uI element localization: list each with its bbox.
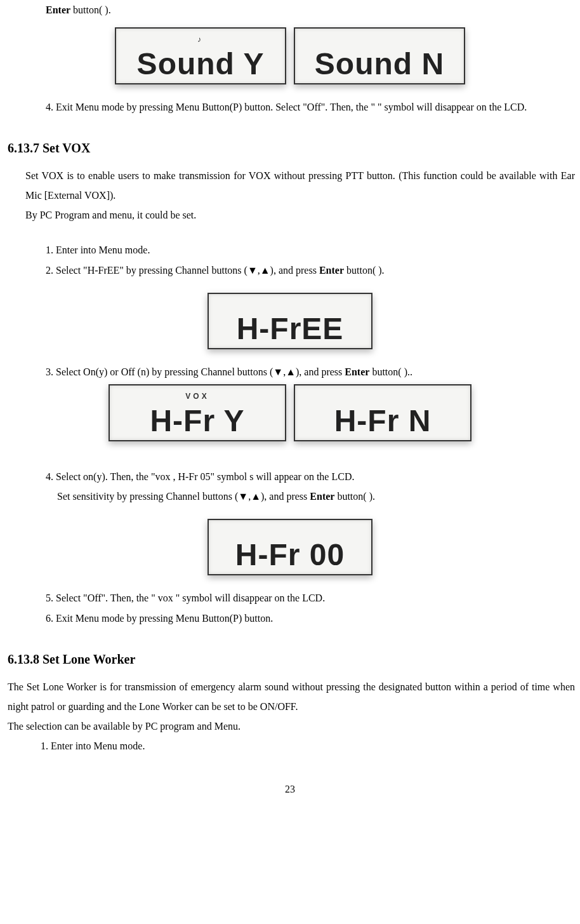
vox-step3-enter: Enter xyxy=(345,366,369,377)
lcd-sound-n: Sound N xyxy=(294,27,465,84)
vox-step4-enter: Enter xyxy=(310,491,334,502)
lcd-hfr00-text: H-Fr 00 xyxy=(218,540,362,570)
vox-step3-c: button( ).. xyxy=(369,366,412,377)
sound-step3-enter-fragment: Enter button( ). xyxy=(5,0,575,20)
vox-intro-2: By PC Program and menu, it could be set. xyxy=(5,205,575,225)
lcd-hfr-pair: VOX H-Fr Y H-Fr N xyxy=(5,383,575,442)
lcd-hfree-wrap: H-FrEE xyxy=(5,291,575,351)
vox-step-5: 5. Select "Off". Then, the " vox " symbo… xyxy=(5,588,575,608)
lcd-sound-n-text: Sound N xyxy=(304,49,455,79)
lcd-blank-top xyxy=(304,32,455,47)
vox-step-4-line1: 4. Select on(y). Then, the "vox , H-Fr 0… xyxy=(5,467,575,486)
enter-bold: Enter xyxy=(46,4,70,15)
lcd-hfr-n-text: H-Fr N xyxy=(304,406,461,436)
lcd-hfr00-top xyxy=(218,524,362,539)
vox-step2-a: 2. Select "H-FrEE" by pressing Channel b… xyxy=(46,265,319,276)
vox-step4-c: button( ). xyxy=(334,491,375,502)
lcd-sound-y-text: Sound Y xyxy=(125,49,276,79)
vox-step4-a: Set sensitivity by pressing Channel butt… xyxy=(57,491,310,502)
lone-step-1: 1. Enter into Menu mode. xyxy=(5,736,575,756)
lcd-sound-pair: ♪ Sound Y Sound N xyxy=(5,26,575,85)
lcd-hfr-y: VOX H-Fr Y xyxy=(109,384,286,441)
page-number: 23 xyxy=(5,779,575,799)
vox-step2-c: button( ). xyxy=(344,265,385,276)
lcd-hfree-top xyxy=(218,298,362,312)
enter-tail: button( ). xyxy=(70,4,111,15)
vox-step-4-line2: Set sensitivity by pressing Channel butt… xyxy=(5,486,575,506)
vox-step-3: 3. Select On(y) or Off (n) by pressing C… xyxy=(5,362,575,382)
lcd-blank-top-2 xyxy=(304,389,461,404)
heading-set-lone-worker: 6.13.8 Set Lone Worker xyxy=(5,647,575,672)
sound-step4: 4. Exit Menu mode by pressing Menu Butto… xyxy=(5,97,575,117)
lcd-hfr00-wrap: H-Fr 00 xyxy=(5,518,575,577)
vox-step3-a: 3. Select On(y) or Off (n) by pressing C… xyxy=(46,366,345,377)
lcd-hfree: H-FrEE xyxy=(208,293,372,349)
lcd-hfr00: H-Fr 00 xyxy=(208,519,372,575)
heading-set-vox: 6.13.7 Set VOX xyxy=(5,136,575,161)
vox-intro-1: Set VOX is to enable users to make trans… xyxy=(5,166,575,205)
lcd-hfree-text: H-FrEE xyxy=(218,314,362,344)
lcd-hfr-n: H-Fr N xyxy=(294,384,471,441)
lone-p2: The selection can be available by PC pro… xyxy=(5,716,575,736)
vox-step-6: 6. Exit Menu mode by pressing Menu Butto… xyxy=(5,608,575,628)
vox-step2-enter: Enter xyxy=(319,265,344,276)
lcd-vox-icon: VOX xyxy=(119,389,276,404)
vox-step-1: 1. Enter into Menu mode. xyxy=(5,240,575,260)
lcd-note-icon: ♪ xyxy=(125,32,276,47)
lone-p1: The Set Lone Worker is for transmission … xyxy=(5,677,575,716)
lcd-hfr-y-text: H-Fr Y xyxy=(119,406,276,436)
vox-step-2: 2. Select "H-FrEE" by pressing Channel b… xyxy=(5,260,575,280)
lcd-sound-y: ♪ Sound Y xyxy=(115,27,286,84)
